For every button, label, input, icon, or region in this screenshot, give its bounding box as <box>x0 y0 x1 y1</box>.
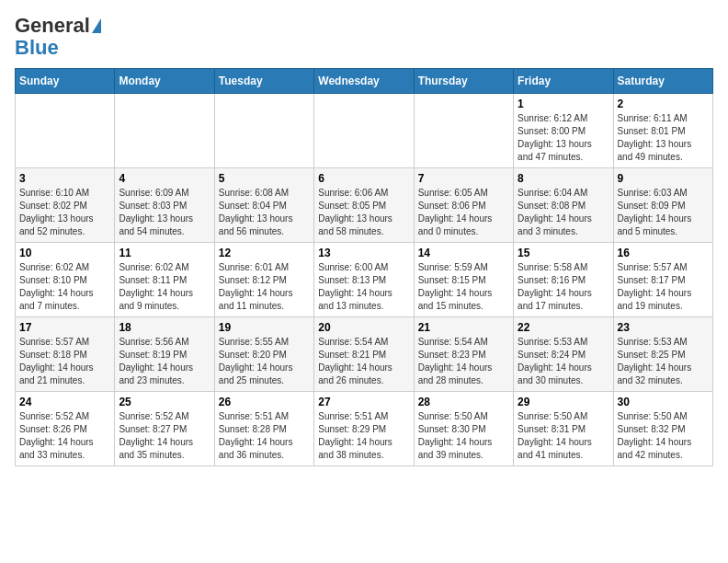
calendar-cell: 4Sunrise: 6:09 AMSunset: 8:03 PMDaylight… <box>115 168 214 243</box>
calendar-cell: 19Sunrise: 5:55 AMSunset: 8:20 PMDayligh… <box>214 317 313 392</box>
logo: General Blue <box>15 15 101 59</box>
day-number: 23 <box>618 321 709 334</box>
day-info: Sunrise: 5:56 AMSunset: 8:19 PMDaylight:… <box>119 336 210 387</box>
day-number: 1 <box>518 98 609 110</box>
calendar-cell: 23Sunrise: 5:53 AMSunset: 8:25 PMDayligh… <box>613 317 712 392</box>
day-info: Sunrise: 6:12 AMSunset: 8:00 PMDaylight:… <box>518 112 609 164</box>
day-info: Sunrise: 6:05 AMSunset: 8:06 PMDaylight:… <box>418 187 509 238</box>
calendar-cell: 12Sunrise: 6:01 AMSunset: 8:12 PMDayligh… <box>214 243 313 317</box>
day-info: Sunrise: 6:03 AMSunset: 8:09 PMDaylight:… <box>618 187 709 238</box>
calendar-cell: 18Sunrise: 5:56 AMSunset: 8:19 PMDayligh… <box>115 317 214 392</box>
day-info: Sunrise: 6:08 AMSunset: 8:04 PMDaylight:… <box>219 187 310 238</box>
calendar-cell: 11Sunrise: 6:02 AMSunset: 8:11 PMDayligh… <box>115 243 214 317</box>
day-number: 8 <box>518 172 609 185</box>
logo-text-general: General <box>15 15 90 37</box>
weekday-header-wednesday: Wednesday <box>314 69 414 94</box>
calendar-week-row: 10Sunrise: 6:02 AMSunset: 8:10 PMDayligh… <box>16 243 713 317</box>
day-info: Sunrise: 5:53 AMSunset: 8:24 PMDaylight:… <box>518 336 609 387</box>
logo-triangle-icon <box>92 18 101 33</box>
day-number: 4 <box>119 172 210 185</box>
calendar-cell: 25Sunrise: 5:52 AMSunset: 8:27 PMDayligh… <box>115 392 214 466</box>
day-number: 29 <box>518 396 609 408</box>
day-info: Sunrise: 6:01 AMSunset: 8:12 PMDaylight:… <box>219 261 310 313</box>
calendar-table: SundayMondayTuesdayWednesdayThursdayFrid… <box>15 68 713 466</box>
day-number: 10 <box>19 247 110 259</box>
day-info: Sunrise: 5:58 AMSunset: 8:16 PMDaylight:… <box>518 261 609 313</box>
day-number: 12 <box>219 247 310 259</box>
day-number: 13 <box>318 247 409 259</box>
weekday-header-thursday: Thursday <box>414 69 513 94</box>
calendar-cell: 8Sunrise: 6:04 AMSunset: 8:08 PMDaylight… <box>514 168 613 243</box>
calendar-cell: 16Sunrise: 5:57 AMSunset: 8:17 PMDayligh… <box>613 243 712 317</box>
calendar-cell <box>214 94 313 168</box>
weekday-header-sunday: Sunday <box>16 69 115 94</box>
calendar-cell: 13Sunrise: 6:00 AMSunset: 8:13 PMDayligh… <box>314 243 414 317</box>
day-number: 5 <box>219 172 310 185</box>
day-number: 22 <box>518 321 609 334</box>
day-number: 18 <box>119 321 210 334</box>
day-number: 24 <box>19 396 110 408</box>
calendar-cell: 17Sunrise: 5:57 AMSunset: 8:18 PMDayligh… <box>16 317 115 392</box>
calendar-body: 1Sunrise: 6:12 AMSunset: 8:00 PMDaylight… <box>16 94 713 466</box>
calendar-cell <box>16 94 115 168</box>
day-number: 14 <box>418 247 509 259</box>
calendar-week-row: 1Sunrise: 6:12 AMSunset: 8:00 PMDaylight… <box>16 94 713 168</box>
day-number: 27 <box>318 396 409 408</box>
day-info: Sunrise: 5:50 AMSunset: 8:31 PMDaylight:… <box>518 410 609 462</box>
day-number: 21 <box>418 321 509 334</box>
calendar-cell: 30Sunrise: 5:50 AMSunset: 8:32 PMDayligh… <box>613 392 712 466</box>
weekday-header-tuesday: Tuesday <box>214 69 313 94</box>
calendar-cell: 2Sunrise: 6:11 AMSunset: 8:01 PMDaylight… <box>613 94 712 168</box>
calendar-header-row: SundayMondayTuesdayWednesdayThursdayFrid… <box>16 69 713 94</box>
day-number: 25 <box>119 396 210 408</box>
day-info: Sunrise: 5:57 AMSunset: 8:18 PMDaylight:… <box>19 336 110 387</box>
day-info: Sunrise: 5:54 AMSunset: 8:21 PMDaylight:… <box>318 336 409 387</box>
day-info: Sunrise: 5:57 AMSunset: 8:17 PMDaylight:… <box>618 261 709 313</box>
calendar-cell <box>314 94 414 168</box>
day-info: Sunrise: 5:55 AMSunset: 8:20 PMDaylight:… <box>219 336 310 387</box>
day-info: Sunrise: 6:04 AMSunset: 8:08 PMDaylight:… <box>518 187 609 238</box>
calendar-cell: 24Sunrise: 5:52 AMSunset: 8:26 PMDayligh… <box>16 392 115 466</box>
day-info: Sunrise: 6:11 AMSunset: 8:01 PMDaylight:… <box>618 112 709 164</box>
calendar-cell: 21Sunrise: 5:54 AMSunset: 8:23 PMDayligh… <box>414 317 513 392</box>
calendar-cell <box>414 94 513 168</box>
day-info: Sunrise: 6:10 AMSunset: 8:02 PMDaylight:… <box>19 187 110 238</box>
calendar-cell: 15Sunrise: 5:58 AMSunset: 8:16 PMDayligh… <box>514 243 613 317</box>
calendar-week-row: 3Sunrise: 6:10 AMSunset: 8:02 PMDaylight… <box>16 168 713 243</box>
weekday-header-friday: Friday <box>514 69 613 94</box>
calendar-cell: 9Sunrise: 6:03 AMSunset: 8:09 PMDaylight… <box>613 168 712 243</box>
day-number: 6 <box>318 172 409 185</box>
calendar-cell: 7Sunrise: 6:05 AMSunset: 8:06 PMDaylight… <box>414 168 513 243</box>
day-info: Sunrise: 5:52 AMSunset: 8:26 PMDaylight:… <box>19 410 110 462</box>
day-number: 16 <box>618 247 709 259</box>
day-number: 7 <box>418 172 509 185</box>
calendar-week-row: 24Sunrise: 5:52 AMSunset: 8:26 PMDayligh… <box>16 392 713 466</box>
day-info: Sunrise: 6:06 AMSunset: 8:05 PMDaylight:… <box>318 187 409 238</box>
day-info: Sunrise: 5:52 AMSunset: 8:27 PMDaylight:… <box>119 410 210 462</box>
day-number: 30 <box>618 396 709 408</box>
logo-text-blue: Blue <box>15 37 59 59</box>
day-info: Sunrise: 5:50 AMSunset: 8:32 PMDaylight:… <box>618 410 709 462</box>
weekday-header-monday: Monday <box>115 69 214 94</box>
calendar-cell: 3Sunrise: 6:10 AMSunset: 8:02 PMDaylight… <box>16 168 115 243</box>
calendar-week-row: 17Sunrise: 5:57 AMSunset: 8:18 PMDayligh… <box>16 317 713 392</box>
day-info: Sunrise: 5:53 AMSunset: 8:25 PMDaylight:… <box>618 336 709 387</box>
day-number: 2 <box>618 98 709 110</box>
day-number: 17 <box>19 321 110 334</box>
day-number: 9 <box>618 172 709 185</box>
day-number: 26 <box>219 396 310 408</box>
calendar-cell: 27Sunrise: 5:51 AMSunset: 8:29 PMDayligh… <box>314 392 414 466</box>
calendar-cell <box>115 94 214 168</box>
day-info: Sunrise: 6:02 AMSunset: 8:10 PMDaylight:… <box>19 261 110 313</box>
calendar-cell: 14Sunrise: 5:59 AMSunset: 8:15 PMDayligh… <box>414 243 513 317</box>
page-header: General Blue <box>15 15 713 59</box>
day-number: 15 <box>518 247 609 259</box>
day-info: Sunrise: 5:54 AMSunset: 8:23 PMDaylight:… <box>418 336 509 387</box>
day-number: 19 <box>219 321 310 334</box>
weekday-header-saturday: Saturday <box>613 69 712 94</box>
day-number: 28 <box>418 396 509 408</box>
calendar-cell: 10Sunrise: 6:02 AMSunset: 8:10 PMDayligh… <box>16 243 115 317</box>
day-info: Sunrise: 6:00 AMSunset: 8:13 PMDaylight:… <box>318 261 409 313</box>
day-info: Sunrise: 5:51 AMSunset: 8:29 PMDaylight:… <box>318 410 409 462</box>
day-number: 11 <box>119 247 210 259</box>
